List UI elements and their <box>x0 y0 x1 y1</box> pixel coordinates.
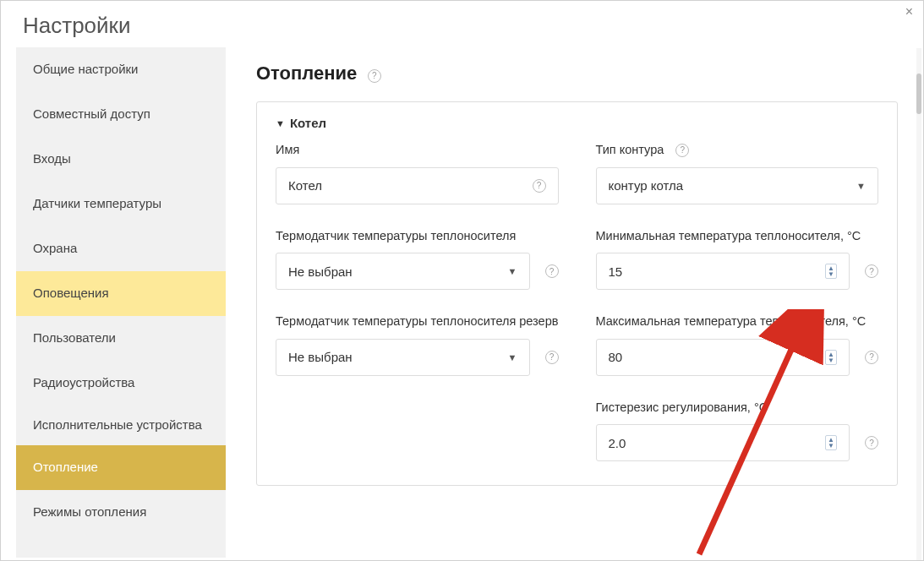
sidebar-item-notifications[interactable]: Оповещения <box>16 271 226 316</box>
boiler-card: ▼ Котел Имя Котел ? Т <box>256 101 898 486</box>
circuit-type-value: контур котла <box>609 178 684 193</box>
page-title: Отопление <box>256 63 357 84</box>
help-icon[interactable]: ? <box>368 69 381 83</box>
hysteresis-value: 2.0 <box>609 436 626 450</box>
sensor-value: Не выбран <box>288 264 353 279</box>
name-input[interactable]: Котел ? <box>276 167 559 204</box>
sidebar-item-heating[interactable]: Отопление <box>16 445 226 490</box>
sensor-reserve-label: Термодатчик температуры теплоносителя ре… <box>276 313 559 330</box>
sidebar-item-heating-modes[interactable]: Режимы отопления <box>16 490 226 535</box>
min-temp-value: 15 <box>609 264 623 279</box>
hysteresis-label: Гистерезис регулирования, °C <box>596 400 879 417</box>
min-temp-input[interactable]: 15 ▲▼ <box>596 253 850 290</box>
sidebar-item-inputs[interactable]: Входы <box>16 137 226 182</box>
chevron-down-icon: ▼ <box>508 352 517 362</box>
sidebar-item-general[interactable]: Общие настройки <box>16 47 226 92</box>
chevron-down-icon: ▼ <box>856 181 866 191</box>
spinner-icon[interactable]: ▲▼ <box>825 264 837 279</box>
field-sensor-reserve: Термодатчик температуры теплоносителя ре… <box>276 313 559 376</box>
field-name: Имя Котел ? <box>276 142 559 204</box>
window-header: Настройки <box>1 1 923 39</box>
help-icon[interactable]: ? <box>545 351 559 364</box>
field-hysteresis: Гистерезис регулирования, °C 2.0 ▲▼ ? <box>596 400 879 462</box>
field-min-temp: Минимальная температура теплоносителя, °… <box>596 228 879 291</box>
name-value: Котел <box>288 178 322 193</box>
max-temp-label: Максимальная температура теплоносителя, … <box>596 313 879 330</box>
sensor-select[interactable]: Не выбран ▼ <box>276 253 530 290</box>
sensor-reserve-select[interactable]: Не выбран ▼ <box>276 339 530 376</box>
circuit-type-label: Тип контура <box>596 142 664 159</box>
spinner-icon[interactable]: ▲▼ <box>825 350 837 365</box>
circuit-type-select[interactable]: контур котла ▼ <box>596 167 879 204</box>
help-icon[interactable]: ? <box>865 436 878 449</box>
help-icon[interactable]: ? <box>865 264 878 278</box>
max-temp-input[interactable]: 80 ▲▼ <box>596 339 850 376</box>
sidebar: Общие настройки Совместный доступ Входы … <box>16 47 226 558</box>
window-title: Настройки <box>23 13 901 39</box>
window-body: Общие настройки Совместный доступ Входы … <box>1 39 923 558</box>
scrollbar-thumb[interactable] <box>916 74 921 114</box>
help-icon[interactable]: ? <box>865 351 878 364</box>
min-temp-label: Минимальная температура теплоносителя, °… <box>596 228 879 245</box>
caret-down-icon: ▼ <box>276 118 285 128</box>
empty-cell <box>276 400 559 462</box>
field-circuit-type: Тип контура ? контур котла ▼ <box>596 142 879 204</box>
sidebar-item-security[interactable]: Охрана <box>16 226 226 271</box>
close-icon[interactable]: × <box>905 4 913 19</box>
name-label: Имя <box>276 142 559 159</box>
sensor-label: Термодатчик температуры теплоносителя <box>276 228 559 245</box>
circuit-type-label-row: Тип контура ? <box>596 142 879 159</box>
sidebar-item-temp-sensors[interactable]: Датчики температуры <box>16 182 226 226</box>
settings-window: × Настройки Общие настройки Совместный д… <box>0 0 924 561</box>
max-temp-value: 80 <box>609 350 623 364</box>
hysteresis-input[interactable]: 2.0 ▲▼ <box>596 424 850 461</box>
chevron-down-icon: ▼ <box>508 266 517 276</box>
scrollbar[interactable] <box>916 48 921 560</box>
sidebar-item-radio[interactable]: Радиоустройства <box>16 361 226 406</box>
sensor-reserve-value: Не выбран <box>288 350 353 364</box>
form-grid: Имя Котел ? Тип контура ? конту <box>276 142 878 461</box>
sidebar-item-actuators[interactable]: Исполнительные устройства <box>16 406 226 445</box>
main-panel: Отопление ? ▼ Котел Имя Котел ? <box>226 47 915 558</box>
help-icon[interactable]: ? <box>675 144 689 157</box>
card-toggle[interactable]: ▼ Котел <box>276 116 878 130</box>
spinner-icon[interactable]: ▲▼ <box>825 435 837 450</box>
field-sensor: Термодатчик температуры теплоносителя Не… <box>276 228 559 291</box>
field-max-temp: Максимальная температура теплоносителя, … <box>596 313 879 376</box>
help-icon[interactable]: ? <box>545 264 559 278</box>
sidebar-item-shared-access[interactable]: Совместный доступ <box>16 92 226 137</box>
help-icon[interactable]: ? <box>533 179 546 193</box>
card-title: Котел <box>290 116 326 130</box>
sidebar-item-users[interactable]: Пользователи <box>16 316 226 361</box>
